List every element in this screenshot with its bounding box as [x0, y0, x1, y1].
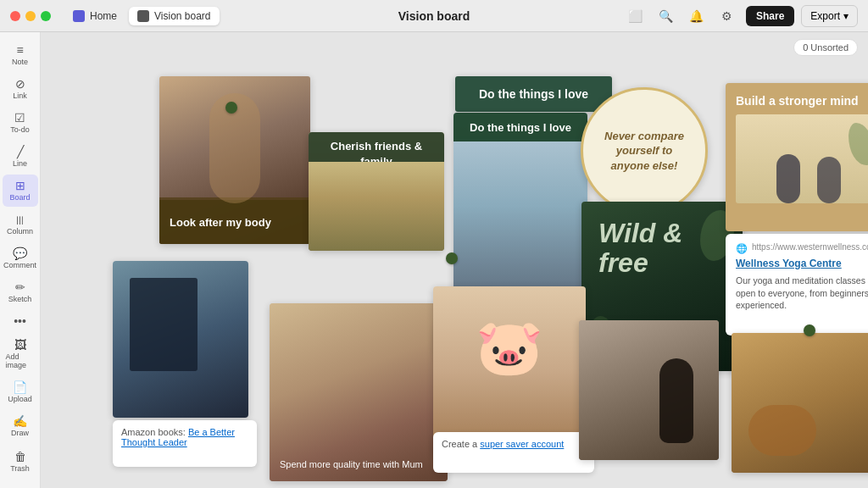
- silhouette-bg: [579, 320, 719, 460]
- header-actions: ⬜ 🔍 🔔 ⚙ Share Export ▾: [624, 4, 858, 28]
- more-icon: •••: [14, 315, 26, 327]
- monitor-icon-btn[interactable]: ⬜: [624, 4, 648, 28]
- card-wellness-yoga[interactable]: 🌐 https://www.westernwellness.com.au/ We…: [726, 234, 868, 336]
- card-do-things-i-love[interactable]: Do the things I love: [455, 76, 612, 112]
- friends-photo-bg: [309, 162, 444, 251]
- upload-icon: 📄: [13, 381, 27, 393]
- search-btn[interactable]: 🔍: [654, 4, 678, 28]
- tab-bar: Home Vision board: [64, 7, 220, 25]
- card-women-group[interactable]: Spend more quality time with Mum: [270, 303, 448, 481]
- savings-prefix: Create a: [442, 439, 477, 449]
- sidebar-item-upload[interactable]: 📄 Upload: [3, 376, 38, 408]
- card-build-stronger-mind[interactable]: Build a stronger mind: [726, 83, 868, 231]
- sidebar-item-note[interactable]: ≡ Note: [3, 39, 38, 71]
- wellness-url-row: 🌐 https://www.westernwellness.com.au/: [736, 242, 868, 255]
- sidebar-label-column: Column: [7, 227, 33, 236]
- amazon-prefix: Amazon books:: [121, 427, 186, 437]
- sidebar-label-comment: Comment: [3, 261, 36, 269]
- board-icon: ⊞: [15, 180, 25, 191]
- tab-home[interactable]: Home: [64, 7, 125, 25]
- wild-free-label: Wild & free: [598, 218, 682, 278]
- sidebar-label-todo: To-do: [10, 125, 30, 134]
- card-overlay: Look after my body: [159, 200, 310, 244]
- sidebar-item-board[interactable]: ⊞ Board: [3, 175, 38, 207]
- main-layout: ≡ Note ⊘ Link ☑ To-do ╱ Line ⊞ Board ⫼ C…: [0, 32, 868, 488]
- wellness-url: https://www.westernwellness.com.au/: [752, 242, 868, 252]
- look-after-body-label: Look after my body: [170, 216, 271, 229]
- tab-vision-board-label: Vision board: [154, 10, 211, 22]
- tab-home-label: Home: [90, 10, 117, 22]
- sidebar-label-trash: Trash: [10, 464, 30, 473]
- settings-btn[interactable]: ⚙: [715, 4, 739, 28]
- card-never-compare[interactable]: Never compare yourself to anyone else!: [581, 87, 708, 214]
- sidebar-item-line[interactable]: ╱ Line: [3, 141, 38, 173]
- card-amazon-books[interactable]: Amazon books: Be a Better Thought Leader: [113, 420, 257, 467]
- sidebar-item-draw[interactable]: ✍ Draw: [3, 410, 38, 442]
- board-tab-icon: [137, 10, 149, 22]
- window-controls: [10, 11, 51, 21]
- sidebar-item-comment[interactable]: 💬 Comment: [3, 242, 38, 274]
- do-things-label: Do the things I love: [479, 87, 588, 101]
- card-look-after-body[interactable]: Look after my body: [159, 76, 310, 244]
- pin-decoration: [225, 102, 237, 114]
- export-button[interactable]: Export ▾: [801, 5, 858, 27]
- canvas[interactable]: 0 Unsorted Look after my body Do the thi…: [41, 32, 868, 488]
- link-icon: ⊘: [15, 78, 25, 90]
- sidebar-item-more[interactable]: •••: [3, 310, 38, 332]
- pin-decoration: [446, 252, 458, 264]
- draw-icon: ✍: [13, 415, 27, 427]
- sidebar-label-upload: Upload: [8, 395, 32, 403]
- card-dog-photo[interactable]: [732, 333, 868, 473]
- maximize-button[interactable]: [41, 11, 51, 21]
- tab-vision-board[interactable]: Vision board: [129, 7, 220, 25]
- sidebar-label-add-image: Add image: [6, 352, 35, 369]
- globe-icon: 🌐: [736, 243, 748, 254]
- todo-icon: ☑: [14, 112, 25, 124]
- chevron-down-icon: ▾: [843, 10, 849, 22]
- line-icon: ╱: [17, 146, 24, 158]
- sidebar: ≡ Note ⊘ Link ☑ To-do ╱ Line ⊞ Board ⫼ C…: [0, 32, 41, 488]
- wellness-description: Our yoga and meditation classes are open…: [736, 275, 868, 310]
- women-label-area: Spend more quality time with Mum: [280, 456, 437, 471]
- card-holding-hands[interactable]: Do the things I love: [453, 113, 587, 299]
- savings-link[interactable]: super saver account: [480, 439, 564, 449]
- pin-decoration: [804, 324, 815, 336]
- add-image-icon: 🖼: [14, 339, 26, 351]
- sidebar-label-board: Board: [9, 193, 30, 202]
- unsorted-badge[interactable]: 0 Unsorted: [793, 39, 858, 56]
- card-savings[interactable]: Create a super saver account: [433, 432, 594, 473]
- comment-icon: 💬: [13, 247, 27, 259]
- silhouette-figure: [659, 358, 693, 443]
- yoga-figures: [758, 144, 860, 203]
- column-icon: ⫼: [14, 214, 26, 225]
- sidebar-label-note: Note: [12, 58, 28, 66]
- build-mind-label: Build a stronger mind: [736, 94, 859, 108]
- export-label: Export: [810, 10, 840, 22]
- page-title: Vision board: [398, 9, 470, 23]
- dog-shape: [748, 405, 816, 456]
- minimize-button[interactable]: [25, 11, 36, 21]
- wellness-link[interactable]: Wellness Yoga Centre: [736, 258, 868, 269]
- sidebar-item-sketch[interactable]: ✏ Sketch: [3, 276, 38, 308]
- do-things-overlay-label: Do the things I love: [470, 121, 571, 134]
- card-cherish-friends[interactable]: Cherish friends & family: [309, 132, 444, 251]
- card-piggy-bank[interactable]: 🐷: [433, 286, 586, 456]
- never-compare-label: Never compare yourself to anyone else!: [600, 129, 688, 174]
- share-button[interactable]: Share: [746, 6, 794, 26]
- close-button[interactable]: [10, 11, 20, 21]
- sidebar-item-trash[interactable]: 🗑 Trash: [3, 446, 38, 478]
- sidebar-label-link: Link: [13, 92, 27, 100]
- sidebar-item-column[interactable]: ⫼ Column: [3, 208, 38, 241]
- sidebar-label-draw: Draw: [11, 429, 29, 437]
- sidebar-item-add-image[interactable]: 🖼 Add image: [3, 334, 38, 374]
- card-silhouette-photo[interactable]: [579, 320, 719, 460]
- unsorted-label: 0 Unsorted: [803, 42, 849, 53]
- note-icon: ≡: [16, 44, 23, 56]
- sidebar-item-link[interactable]: ⊘ Link: [3, 73, 38, 105]
- home-icon: [73, 10, 85, 22]
- card-reader-photo[interactable]: [113, 261, 248, 418]
- bell-btn[interactable]: 🔔: [685, 4, 709, 28]
- sidebar-item-todo[interactable]: ☑ To-do: [3, 107, 38, 139]
- figure-2: [817, 157, 841, 203]
- women-photo-bg: [270, 303, 448, 481]
